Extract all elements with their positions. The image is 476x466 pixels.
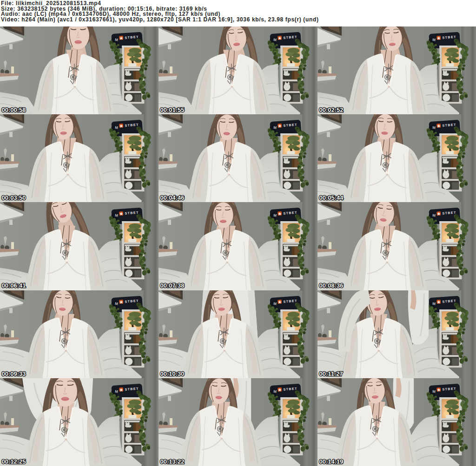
svg-text:00:13:22: 00:13:22 <box>160 458 185 465</box>
svg-text:00:00:58: 00:00:58 <box>2 106 26 113</box>
svg-text:00:07:38: 00:07:38 <box>160 282 185 289</box>
svg-text:00:11:27: 00:11:27 <box>319 370 343 377</box>
svg-text:00:04:46: 00:04:46 <box>160 194 185 201</box>
svg-text:00:03:50: 00:03:50 <box>2 194 26 201</box>
svg-text:00:05:44: 00:05:44 <box>319 194 344 201</box>
svg-text:00:10:30: 00:10:30 <box>160 370 185 377</box>
svg-text:00:09:33: 00:09:33 <box>2 370 26 377</box>
svg-text:00:06:41: 00:06:41 <box>2 282 26 289</box>
svg-text:00:12:25: 00:12:25 <box>2 458 26 465</box>
svg-text:00:01:55: 00:01:55 <box>160 106 185 113</box>
svg-text:00:08:36: 00:08:36 <box>319 282 343 289</box>
svg-text:00:14:19: 00:14:19 <box>319 458 343 465</box>
svg-text:00:02:52: 00:02:52 <box>319 106 343 113</box>
